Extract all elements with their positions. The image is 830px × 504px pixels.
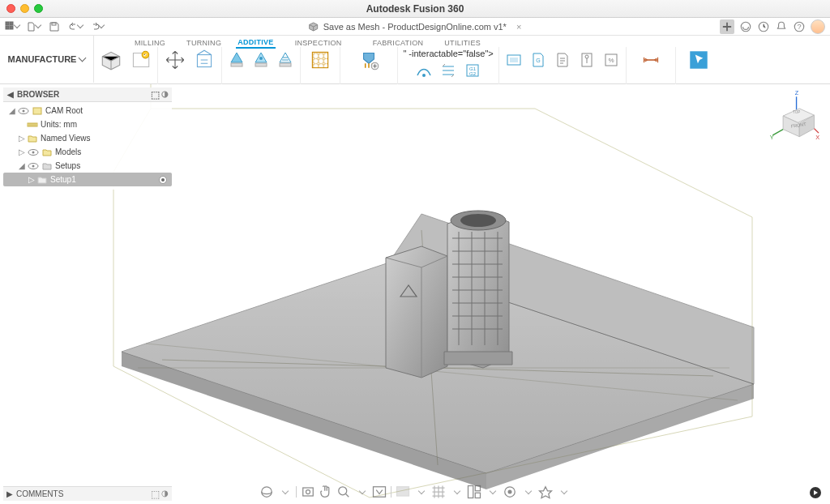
- twisty-icon[interactable]: ▷: [18, 147, 26, 156]
- file-menu-button[interactable]: [23, 19, 44, 35]
- comments-title: COMMENTS: [16, 489, 63, 498]
- viewport-layout-icon[interactable]: [466, 484, 482, 500]
- quick-access-toolbar: Save as Mesh - ProductDesignOnline.com v…: [0, 18, 830, 36]
- object-visibility-icon[interactable]: [537, 484, 554, 500]
- svg-rect-14: [280, 63, 291, 66]
- svg-rect-41: [303, 488, 314, 496]
- svg-rect-2: [6, 26, 9, 29]
- help-icon[interactable]: ?: [793, 20, 806, 33]
- auto-orient-icon[interactable]: [192, 49, 216, 71]
- tree-units-label: Units: mm: [41, 120, 77, 129]
- viewport[interactable]: ◀ BROWSER ⬚ ◑ ◢ CAM Root Units: mm ▷: [0, 84, 830, 504]
- svg-text:%: %: [608, 57, 614, 64]
- workspace-switcher[interactable]: MANUFACTURE: [0, 36, 94, 83]
- pan-icon[interactable]: [318, 484, 334, 500]
- svg-rect-11: [231, 63, 242, 66]
- manage-task-icon[interactable]: [577, 50, 597, 70]
- tree-setup1[interactable]: ▷ Setup1: [3, 173, 172, 186]
- svg-rect-47: [475, 486, 480, 491]
- new-tab-button[interactable]: [720, 19, 734, 34]
- supports-icon[interactable]: [357, 49, 381, 71]
- browser-header[interactable]: ◀ BROWSER ⬚ ◑: [3, 88, 172, 102]
- move-icon[interactable]: [163, 49, 187, 71]
- document-tab-close-icon[interactable]: ×: [516, 22, 521, 32]
- simulate-icon[interactable]: [439, 61, 458, 80]
- twisty-icon[interactable]: ▷: [28, 175, 36, 184]
- svg-point-43: [339, 487, 347, 495]
- orbit-icon[interactable]: [259, 484, 275, 500]
- zoom-icon[interactable]: [336, 484, 352, 500]
- folder-icon: [41, 147, 53, 158]
- post-process-icon[interactable]: G1G2: [463, 61, 482, 80]
- save-button[interactable]: [44, 19, 65, 35]
- fit-icon[interactable]: [371, 484, 387, 500]
- infill-icon[interactable]: [308, 49, 332, 71]
- redo-button[interactable]: [86, 19, 107, 35]
- browser-pin-icon[interactable]: ◑: [161, 89, 169, 100]
- svg-rect-46: [468, 486, 473, 498]
- comments-expand-icon[interactable]: ▶: [6, 489, 13, 498]
- timeline-toggle-icon[interactable]: [809, 486, 822, 499]
- document-tab[interactable]: Save as Mesh - ProductDesignOnline.com v…: [309, 22, 522, 32]
- grid-settings-icon[interactable]: [430, 484, 447, 500]
- job-status-icon[interactable]: [757, 20, 770, 33]
- twisty-icon[interactable]: ◢: [18, 161, 26, 170]
- object-visibility-menu[interactable]: [555, 484, 571, 500]
- display-settings-icon[interactable]: [395, 484, 411, 500]
- setup-icon: [36, 174, 48, 186]
- navigation-bar: [254, 483, 576, 501]
- grid-menu[interactable]: [448, 484, 464, 500]
- extensions-icon[interactable]: [739, 20, 752, 33]
- browser-options-icon[interactable]: ⬚: [151, 89, 160, 100]
- tree-setups[interactable]: ◢ Setups: [3, 159, 172, 173]
- select-icon[interactable]: [687, 49, 711, 71]
- undo-button[interactable]: [65, 19, 86, 35]
- display-menu[interactable]: [413, 484, 429, 500]
- svg-point-40: [262, 487, 272, 498]
- setup-sheet-icon[interactable]: [128, 49, 152, 71]
- visibility-icon[interactable]: [18, 105, 29, 117]
- manage-tools-icon[interactable]: [553, 50, 572, 70]
- inspect-icon[interactable]: [639, 49, 663, 71]
- visibility-icon[interactable]: [28, 160, 39, 172]
- folder-icon: [41, 160, 53, 172]
- viewcube[interactable]: Z FRONT TOP Y X: [767, 91, 819, 143]
- print-setting-1-icon[interactable]: [227, 50, 246, 70]
- tree-named-views[interactable]: ▷ Named Views: [3, 131, 172, 145]
- new-setup-icon[interactable]: [99, 49, 123, 71]
- generate-icon[interactable]: [414, 61, 434, 80]
- tree-root[interactable]: ◢ CAM Root: [3, 104, 172, 117]
- svg-rect-48: [475, 493, 480, 498]
- active-setup-radio[interactable]: [159, 176, 167, 184]
- comments-options-icon[interactable]: ⬚: [151, 489, 160, 500]
- look-at-icon[interactable]: [300, 484, 316, 500]
- effects-icon[interactable]: [502, 484, 518, 500]
- effects-menu[interactable]: [520, 484, 536, 500]
- app-menu-button[interactable]: [2, 19, 23, 35]
- comments-panel[interactable]: ▶ COMMENTS ⬚ ◑: [3, 486, 172, 501]
- orbit-menu[interactable]: [276, 484, 293, 500]
- print-setting-3-icon[interactable]: [276, 50, 295, 70]
- notifications-icon[interactable]: [775, 20, 788, 33]
- twisty-icon[interactable]: ▷: [18, 134, 26, 143]
- tree-units[interactable]: Units: mm: [3, 117, 172, 131]
- viewport-menu[interactable]: [484, 484, 500, 500]
- axis-z-label: Z: [795, 89, 799, 96]
- browser-tree: ◢ CAM Root Units: mm ▷ Named Views ▷ Mod…: [3, 102, 172, 190]
- visibility-icon[interactable]: [28, 147, 39, 158]
- browser-collapse-icon[interactable]: ◀: [6, 91, 14, 98]
- manage-1-icon[interactable]: [504, 50, 524, 70]
- zoom-menu[interactable]: [353, 484, 370, 500]
- manage-nc-icon[interactable]: G: [528, 50, 548, 70]
- comments-pin-icon[interactable]: ◑: [161, 489, 169, 500]
- svg-point-42: [306, 490, 310, 494]
- svg-rect-23: [510, 58, 518, 62]
- svg-rect-3: [10, 26, 13, 29]
- svg-point-26: [585, 55, 588, 58]
- print-setting-2-icon[interactable]: [251, 50, 271, 70]
- svg-text:?: ?: [797, 23, 801, 31]
- manage-percent-icon[interactable]: %: [601, 50, 621, 70]
- user-avatar[interactable]: [811, 19, 825, 34]
- tree-models[interactable]: ▷ Models: [3, 145, 172, 159]
- twisty-icon[interactable]: ◢: [8, 106, 16, 115]
